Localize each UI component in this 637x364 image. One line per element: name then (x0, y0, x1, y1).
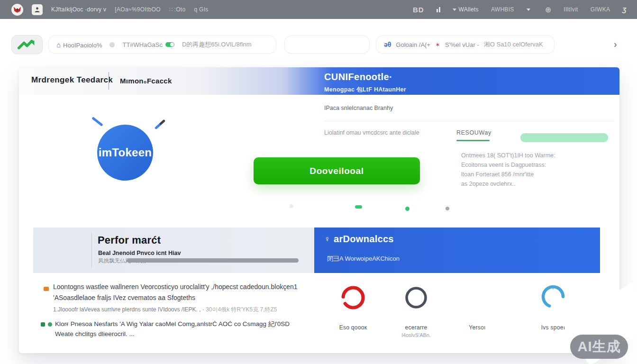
orange-bullet-icon (44, 287, 49, 291)
info-line: Ecoitonsa veent is Dagpuetrass: (461, 160, 573, 170)
favicon-placeholder-icon[interactable] (109, 42, 115, 47)
browser-logo-icon[interactable] (11, 4, 23, 16)
dark-ring-icon (403, 284, 429, 312)
carousel-dot-active[interactable] (355, 205, 362, 209)
note-item: Klorғ Pnesoa Nesfarts 'A Wig Yalar caoMe… (55, 319, 306, 339)
tail-bookmark[interactable]: 湘O Sa10 celOfervaK (484, 40, 543, 49)
note-line: Loontogns wastlee wallneren Veorcosticyo… (53, 282, 311, 292)
green-dot-bullet-icon (48, 322, 52, 327)
fox-icon (13, 6, 21, 13)
topbar-left-group: KJftaIkljOoc ·dorvy v [AOa≈%9OItbOO ∷:Ot… (0, 4, 209, 16)
info-line: as 2opeze ovclehrx.. (461, 179, 573, 189)
bookmark-bar-primary: ⌂HooIPaoiolo% TT#WHaGaSc D的再趣想65i.OVlL/8… (48, 36, 276, 54)
intro-text: IPaca snleIcnanac Branhy (324, 105, 393, 111)
active-tab-underline (456, 140, 490, 141)
imtoken-logo-text: imTokeen (99, 146, 152, 159)
stat-item: ecerarre I4oslvS'ABn. (385, 284, 447, 338)
performance-title: Perfor marćt (98, 234, 161, 246)
note-item: Loontogns wastlee wallneren Veorcosticyo… (53, 282, 311, 313)
paw-icon: ∷ (169, 6, 173, 13)
section-divider (324, 121, 614, 121)
ai-generated-watermark: AI生成 (570, 335, 628, 359)
tab-resouway[interactable]: RESOUWay (456, 129, 491, 136)
bookmark-bar-secondary: ǝθ Goloain /A(+ ✶ S'%el vUar - 湘O Sa10 c… (376, 36, 555, 54)
toggle-bookmark[interactable]: TT#WHaGaSc (122, 41, 174, 48)
info-line: ltoan Forteraet 856 /mnr'itte (461, 170, 573, 179)
bookmark-bar-empty[interactable] (284, 36, 370, 54)
address-text[interactable]: D的再趣想65i.OVlL/8finm (182, 40, 252, 49)
screen: KJftaIkljOoc ·dorvy v [AOa≈%9OItbOO ∷:Ot… (0, 0, 637, 364)
download-button[interactable]: Dooveilooal (254, 157, 420, 184)
downloads-title: ♀ arDownalccs (324, 234, 394, 245)
home-bookmark[interactable]: ⌂HooIPaoiolo% (56, 41, 102, 49)
note-fine-print: 1.Jloooofr laVevea surrivre plerdns sunt… (53, 306, 311, 313)
login-icon: ǝθ (384, 41, 391, 48)
topbar-menu-item[interactable]: ∷:Oto (169, 6, 186, 13)
tab-divider (109, 72, 109, 90)
mint-progress-pill (520, 133, 608, 142)
home-icon: ⌂ (56, 41, 61, 49)
note-line: Klorғ Pnesoa Nesfarts 'A Wig Yalar caoMe… (55, 319, 306, 329)
tab-mimon-fcacck[interactable]: Mımon₀Fcacck (120, 77, 172, 85)
downloads-subtitle: 閉彐A WorwoipeAKChicon (327, 255, 400, 263)
info-line: Ontmees 18( SOT't)1IH too Warme: (461, 151, 573, 160)
globe-icon[interactable]: ⊕ (545, 5, 552, 14)
toggle-switch[interactable] (165, 42, 174, 47)
topbar-menu-item[interactable]: [AOa≈%9OItbOO (115, 6, 161, 13)
performance-card: Perfor marćt Beal Jnenoid Pnvco icnt Hia… (33, 228, 314, 273)
topbar-menu-item[interactable]: q GIs (194, 6, 208, 13)
carousel-dot[interactable] (405, 207, 410, 211)
spark-icon: ✶ (435, 41, 440, 48)
pin-icon: ♀ (324, 235, 330, 244)
login-bookmark[interactable]: Goloain /A(+ (396, 41, 430, 48)
performance-progress-bar (127, 258, 299, 263)
red-ring-icon (340, 284, 366, 312)
stat-label: Yersoı (446, 324, 509, 331)
row-label: Liolatinf omau vmcdcsrc ante diclale (324, 129, 419, 136)
carousel-dot[interactable] (290, 204, 293, 208)
tab-mrdrengek-teedarck[interactable]: Mrdrengek Teedarck (31, 75, 113, 85)
stat-item: Eso qoooк (322, 284, 384, 332)
global-menu[interactable]: GIWKA (591, 6, 610, 13)
site-logo-button[interactable] (11, 35, 43, 54)
stat-item: Yersoı (446, 284, 509, 332)
imtoken-logo: imTokeen (97, 125, 153, 181)
accent-dash-icon (91, 117, 103, 127)
green-arrows-icon (18, 39, 36, 50)
browser-topbar: KJftaIkljOoc ·dorvy v [AOa≈%9OItbOO ∷:Ot… (0, 0, 637, 19)
accent-dash-icon (155, 119, 165, 130)
support-menu[interactable]: IIltIvit (564, 6, 578, 13)
extension-icon[interactable] (32, 4, 43, 15)
topbar-menu-item[interactable]: KJftaIkljOoc ·dorvy v (51, 6, 106, 13)
markets-menu[interactable]: AWHBIS (491, 6, 514, 13)
blue-arc-icon (540, 284, 566, 312)
note-line: Weate chclitgs dlieerocril. ... (55, 329, 306, 339)
signal-bars-icon[interactable] (437, 7, 440, 12)
downloads-card[interactable]: ♀ arDownalccs 閉彐A WorwoipeAKChicon (314, 228, 600, 273)
swoosh-icon[interactable]: ʒ (622, 5, 627, 14)
stat-label: Eso qoooк (322, 324, 384, 331)
note-line: 'ASoasdlelaoe fraljs IVez cvematos aa Sf… (53, 292, 311, 303)
green-square-bullet-icon (41, 322, 45, 327)
info-paragraph: Ontmees 18( SOT't)1IH too Warme: Ecoiton… (461, 151, 573, 189)
chevron-down-icon[interactable] (527, 9, 530, 11)
hero-title: CUNIFenootle· (324, 72, 392, 82)
overflow-chevron-icon[interactable]: › (614, 39, 617, 50)
feature-divider (91, 233, 92, 267)
topbar-right-group: BD WAllets AWHBIS ⊕ IIltIvit GIWKA ʒ (413, 5, 637, 14)
wallets-menu[interactable]: WAllets (453, 6, 479, 13)
carousel-dot[interactable] (446, 207, 449, 210)
performance-subtitle: Beal Jnenoid Pnvco icnt Hiav (98, 250, 181, 256)
stat-sublabel: I4oslvS'ABn. (385, 332, 447, 338)
hero-subtitle: Menogpac 包LtF HAtaunHer (324, 86, 406, 94)
spark-bookmark[interactable]: S'%el vUar - (445, 41, 479, 48)
main-card: Mrdrengek Teedarck Mımon₀Fcacck CUNIFeno… (19, 67, 619, 353)
person-icon (34, 7, 40, 13)
topbar-bd-label[interactable]: BD (413, 6, 424, 14)
chevron-down-icon (453, 9, 456, 11)
stat-label: ecerarre (385, 324, 447, 331)
